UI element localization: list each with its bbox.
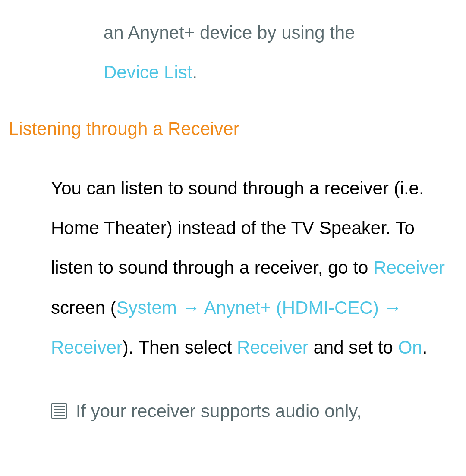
- section-heading: Listening through a Receiver: [0, 116, 466, 142]
- on-link: On: [398, 337, 422, 357]
- intro-line: an Anynet+ device by using the Device Li…: [0, 13, 466, 93]
- note-line: If your receiver supports audio only,: [0, 391, 466, 431]
- body-seg4: and set to: [309, 337, 398, 357]
- note-icon: [51, 403, 67, 419]
- body-seg2: screen (: [51, 298, 116, 318]
- device-list-link: Device List: [104, 62, 192, 82]
- body-seg3: ). Then select: [123, 337, 237, 357]
- intro-period: .: [192, 62, 197, 82]
- arrow-1: →: [177, 298, 204, 318]
- receiver-link-2: Receiver: [51, 337, 123, 357]
- anynet-link: Anynet+ (HDMI-CEC): [204, 298, 379, 318]
- body-paragraph: You can listen to sound through a receiv…: [0, 169, 466, 368]
- body-seg5: .: [422, 337, 428, 357]
- intro-text-1: an Anynet+ device by using the: [104, 22, 355, 43]
- arrow-2: →: [379, 298, 402, 318]
- body-seg1: You can listen to sound through a receiv…: [51, 178, 424, 278]
- receiver-link-3: Receiver: [237, 337, 309, 357]
- system-link: System: [116, 298, 177, 318]
- receiver-link-1: Receiver: [373, 257, 445, 278]
- note-text: If your receiver supports audio only,: [71, 401, 362, 421]
